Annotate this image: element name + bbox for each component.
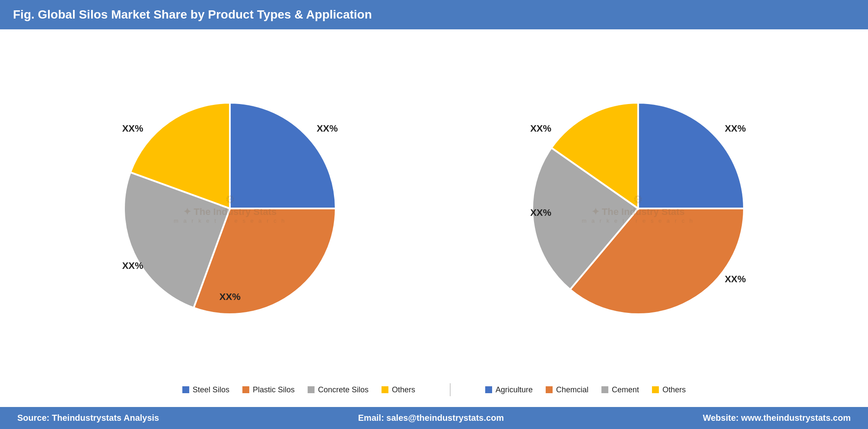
- legend-swatch: [308, 386, 315, 393]
- legend-item: Steel Silos: [182, 385, 229, 394]
- footer-website: Website: www.theindustrystats.com: [703, 413, 851, 423]
- legend-item: Others: [652, 385, 686, 394]
- legend-label: Chemcial: [556, 385, 588, 394]
- legend-label: Plastic Silos: [253, 385, 295, 394]
- pie-label-3: XX%: [530, 123, 551, 134]
- legend-item: Concrete Silos: [308, 385, 369, 394]
- legend-swatch: [652, 386, 659, 393]
- legend-label: Others: [662, 385, 686, 394]
- footer-email: Email: sales@theindustrystats.com: [358, 413, 504, 423]
- right-chart-container: ⚙✦ The Industry Statsm a r k e t r e s e…: [487, 70, 789, 347]
- legend-right-group: AgricultureChemcialCementOthers: [459, 385, 712, 394]
- legend-item: Agriculture: [485, 385, 533, 394]
- left-chart-container: ⚙✦ The Industry Statsm a r k e t r e s e…: [79, 70, 381, 347]
- charts-row: ⚙✦ The Industry Statsm a r k e t r e s e…: [0, 38, 868, 379]
- legend-swatch: [382, 386, 388, 393]
- main-content: ⚙✦ The Industry Statsm a r k e t r e s e…: [0, 29, 868, 407]
- footer-source: Source: Theindustrystats Analysis: [17, 413, 159, 423]
- legend-swatch: [546, 386, 553, 393]
- pie-label-1: XX%: [219, 291, 241, 303]
- page-footer: Source: Theindustrystats Analysis Email:…: [0, 407, 868, 429]
- legend-label: Steel Silos: [193, 385, 229, 394]
- pie-label-2: XX%: [122, 260, 143, 271]
- legend-label: Agriculture: [496, 385, 533, 394]
- legend-swatch: [242, 386, 249, 393]
- legend-swatch: [182, 386, 189, 393]
- legend-label: Cement: [612, 385, 639, 394]
- legend-label: Others: [392, 385, 415, 394]
- legend-swatch: [485, 386, 492, 393]
- legend-item: Cement: [601, 385, 639, 394]
- legend-row: Steel SilosPlastic SilosConcrete SilosOt…: [0, 379, 868, 403]
- legend-item: Plastic Silos: [242, 385, 295, 394]
- page-title: Fig. Global Silos Market Share by Produc…: [13, 8, 372, 21]
- pie-label-3: XX%: [122, 123, 143, 134]
- legend-swatch: [601, 386, 608, 393]
- legend-label: Concrete Silos: [318, 385, 369, 394]
- page-header: Fig. Global Silos Market Share by Produc…: [0, 0, 868, 29]
- legend-item: Chemcial: [546, 385, 588, 394]
- legend-left-group: Steel SilosPlastic SilosConcrete SilosOt…: [156, 385, 441, 394]
- pie-label-0: XX%: [317, 123, 338, 134]
- legend-item: Others: [382, 385, 415, 394]
- pie-label-2: XX%: [530, 207, 551, 218]
- legend-divider: [450, 383, 451, 396]
- pie-label-1: XX%: [725, 274, 746, 285]
- pie-label-0: XX%: [725, 123, 746, 134]
